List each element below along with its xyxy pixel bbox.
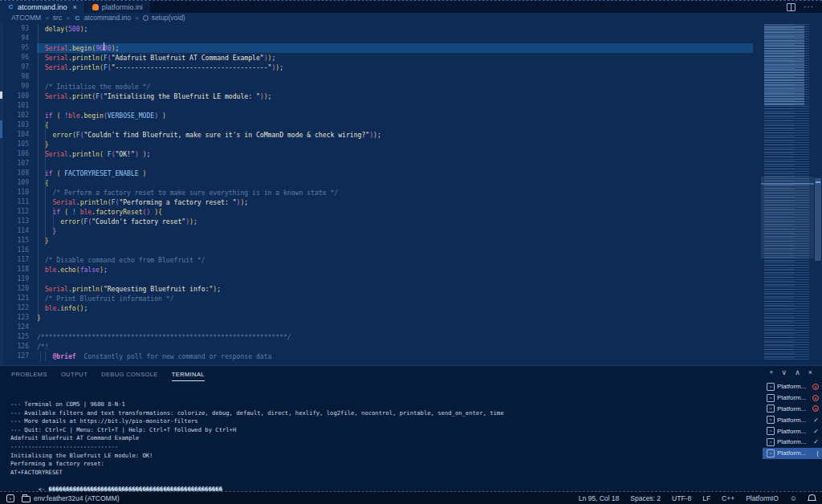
breadcrumb-item-src[interactable]: src: [53, 14, 62, 22]
terminal-icon: >: [767, 427, 775, 435]
code-text: Serial.println(F("Adafruit Bluefruit AT …: [37, 53, 753, 63]
tab-bar: Catcommand.ino×platformio.ini ···: [0, 0, 822, 13]
platformio-indicator[interactable]: PlatformIO: [746, 494, 779, 502]
line-number: 106: [0, 149, 29, 159]
pio-env-label: env:feather32u4 (ATCOMM): [34, 494, 120, 502]
code-text: [37, 72, 753, 82]
code-text: Serial.begin(9600);: [37, 43, 753, 53]
line-number: 119: [0, 274, 29, 284]
editor[interactable]: 93 delay(500);9495 Serial.begin(9600);96…: [0, 22, 822, 365]
remote-indicator-icon[interactable]: ›: [6, 494, 14, 502]
terminal-list-item-4[interactable]: >Platform...✓: [763, 414, 822, 425]
indent-guide: [38, 24, 39, 323]
code-line-107[interactable]: 107: [0, 159, 753, 169]
panel-tab-output[interactable]: OUTPUT: [61, 371, 87, 381]
code-line-104[interactable]: 104 error(F("Couldn't find Bluefruit, ma…: [0, 130, 753, 140]
code-line-119[interactable]: 119: [0, 274, 753, 284]
code-line-125[interactable]: 125/************************************…: [0, 332, 753, 342]
code-line-93[interactable]: 93 delay(500);: [0, 24, 753, 34]
code-line-103[interactable]: 103 {: [0, 120, 753, 130]
status-right-items: Ln 95, Col 18Spaces: 2UTF-8LFC++Platform…: [579, 494, 779, 502]
code-line-109[interactable]: 109 {: [0, 178, 753, 188]
terminal-list-item-2[interactable]: >Platform...×: [763, 392, 822, 404]
close-tab-icon[interactable]: ×: [73, 3, 77, 11]
code-line-124[interactable]: 124: [0, 323, 753, 332]
code-line-118[interactable]: 118 ble.echo(false);: [0, 265, 753, 274]
code-line-105[interactable]: 105 }: [0, 140, 753, 149]
line-col-indicator[interactable]: Ln 95, Col 18: [579, 494, 620, 502]
close-panel-icon[interactable]: ×: [808, 368, 812, 376]
tabs-container: Catcommand.ino×platformio.ini: [0, 1, 151, 13]
project-folder-icon: [22, 496, 31, 502]
maximize-panel-icon[interactable]: ∧: [795, 368, 800, 376]
code-line-114[interactable]: 114 }: [0, 226, 753, 236]
more-actions-icon[interactable]: ···: [804, 4, 814, 10]
terminal-list-item-3[interactable]: >Platform...×: [763, 404, 822, 415]
breadcrumb-item-atcommand.ino[interactable]: Catcommand.ino: [74, 14, 131, 22]
code-line-111[interactable]: 111 Serial.println(F("Performing a facto…: [0, 197, 753, 207]
minimap[interactable]: [761, 22, 814, 365]
terminal-list-item-5[interactable]: >Platform...✓: [763, 425, 822, 437]
breadcrumb-item-ATCOMM[interactable]: ATCOMM: [11, 14, 41, 22]
terminal-dropdown-icon[interactable]: ∨: [782, 368, 787, 376]
code-line-113[interactable]: 113 error(F("Couldn't factory reset"));: [0, 217, 753, 226]
terminal-output[interactable]: --- Terminal on COM5 | 9600 8-N-1--- Ava…: [10, 400, 756, 494]
split-editor-icon[interactable]: [787, 3, 796, 11]
code-line-98[interactable]: 98: [0, 72, 753, 82]
code-area[interactable]: 93 delay(500);9495 Serial.begin(9600);96…: [0, 24, 753, 361]
panel-tab-problems[interactable]: PROBLEMS: [11, 371, 47, 381]
line-number: 127: [0, 352, 29, 361]
indent-guide: [45, 120, 46, 246]
code-line-123[interactable]: 123}: [0, 313, 753, 323]
language-indicator[interactable]: C++: [722, 494, 735, 502]
breadcrumb-item-setup(void)[interactable]: setup(void): [143, 14, 185, 22]
code-line-106[interactable]: 106 Serial.println( F("OK!") );: [0, 149, 753, 159]
editor-scrollbar[interactable]: [814, 22, 822, 365]
eol-indicator[interactable]: LF: [702, 494, 710, 502]
code-line-126[interactable]: 126/*!: [0, 342, 753, 352]
notifications-bell-icon[interactable]: [808, 494, 816, 500]
code-line-115[interactable]: 115 }: [0, 236, 753, 246]
indent-guide: [53, 207, 54, 236]
code-line-94[interactable]: 94: [0, 34, 753, 43]
code-line-101[interactable]: 101: [0, 101, 753, 111]
code-text: Serial.println(F("Performing a factory r…: [37, 197, 753, 207]
code-line-96[interactable]: 96 Serial.println(F("Adafruit Bluefruit …: [0, 53, 753, 63]
code-line-97[interactable]: 97 Serial.println(F("-------------------…: [0, 63, 753, 72]
new-terminal-icon[interactable]: +: [769, 368, 773, 376]
code-line-112[interactable]: 112 if ( ! ble.factoryReset() ){: [0, 207, 753, 217]
code-line-121[interactable]: 121 /* Print Bluefruit information */: [0, 294, 753, 303]
code-line-95[interactable]: 95 Serial.begin(9600);: [0, 43, 753, 53]
code-line-99[interactable]: 99 /* Initialise the module */: [0, 82, 753, 91]
indent-indicator[interactable]: Spaces: 2: [630, 494, 661, 502]
code-line-116[interactable]: 116: [0, 246, 753, 255]
panel-tab-terminal[interactable]: TERMINAL: [172, 371, 205, 381]
tab-atcommand.ino[interactable]: Catcommand.ino×: [0, 1, 85, 13]
scrollbar-thumb[interactable]: [815, 178, 821, 261]
code-line-110[interactable]: 110 /* Perform a factory reset to make s…: [0, 188, 753, 197]
panel-tab-debug-console[interactable]: DEBUG CONSOLE: [101, 371, 158, 381]
terminal-list-item-7[interactable]: >Platform...(: [763, 448, 822, 459]
code-line-108[interactable]: 108 if ( FACTORYRESET_ENABLE ): [0, 169, 753, 178]
code-line-127[interactable]: 127 @brief Constantly poll for new comma…: [0, 352, 753, 361]
code-line-102[interactable]: 102 if ( !ble.begin(VERBOSE_MODE) ): [0, 111, 753, 120]
vscode-window: { "colors":{"editor_bg":"#0d2b54","panel…: [0, 0, 822, 504]
encoding-indicator[interactable]: UTF-8: [672, 494, 691, 502]
tab-label: atcommand.ino: [18, 3, 67, 11]
minimap-viewport[interactable]: [761, 177, 814, 258]
line-number: 122: [0, 303, 29, 313]
terminal-list-item-1[interactable]: >Platform...×: [763, 381, 822, 392]
code-line-100[interactable]: 100 Serial.print(F("Initialising the Blu…: [0, 91, 753, 101]
terminal-list-item-6[interactable]: >Platform...✓: [763, 437, 822, 448]
feedback-icon[interactable]: ☺: [790, 494, 797, 502]
terminal-icon: >: [767, 404, 775, 413]
code-line-117[interactable]: 117 /* Disable command echo from Bluefru…: [0, 255, 753, 265]
pio-env-indicator[interactable]: env:feather32u4 (ATCOMM): [22, 494, 120, 502]
breadcrumb-label: atcommand.ino: [84, 14, 131, 22]
line-number: 100: [0, 91, 29, 101]
tab-platformio.ini[interactable]: platformio.ini: [85, 1, 151, 13]
terminal-status-check-icon: ✓: [813, 428, 819, 435]
code-line-120[interactable]: 120 Serial.println("Requesting Bluefruit…: [0, 284, 753, 294]
panel-actions: +∨∧×: [769, 368, 812, 376]
code-line-122[interactable]: 122 ble.info();: [0, 303, 753, 313]
